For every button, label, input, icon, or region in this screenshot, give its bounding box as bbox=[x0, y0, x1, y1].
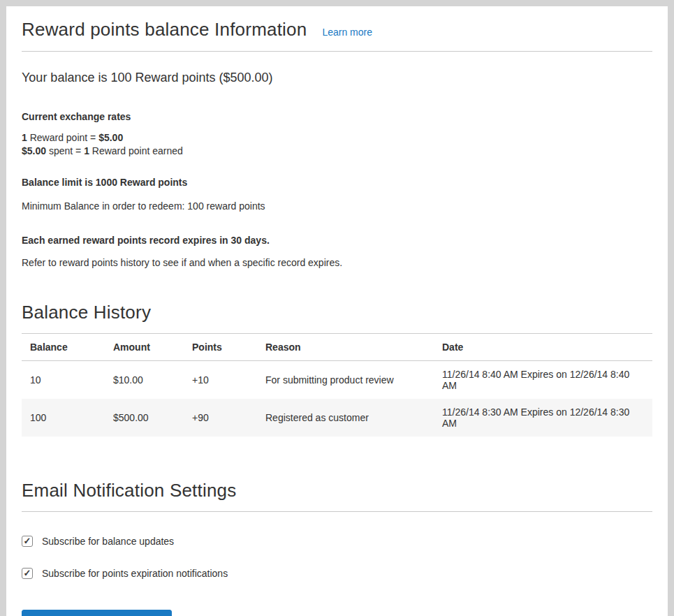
table-row: 10 $10.00 +10 For submitting product rev… bbox=[22, 361, 652, 399]
exchange-rates: 1 Reward point = $5.00 $5.00 spent = 1 R… bbox=[22, 131, 652, 158]
column-header-date: Date bbox=[434, 334, 652, 361]
cell-reason: Registered as customer bbox=[257, 399, 434, 437]
page-header: Reward points balance Information Learn … bbox=[22, 19, 652, 52]
spend-rate-line: $5.00 spent = 1 Reward point earned bbox=[22, 145, 652, 158]
cell-amount: $10.00 bbox=[105, 361, 184, 399]
cell-points: +10 bbox=[184, 361, 257, 399]
reward-points-page: Reward points balance Information Learn … bbox=[6, 6, 668, 616]
min-balance-text: Minimum Balance in order to redeem: 100 … bbox=[22, 200, 652, 213]
cell-points: +90 bbox=[184, 399, 257, 437]
exchange-rates-heading: Current exchange rates bbox=[22, 110, 652, 123]
expiry-note-text: Refer to reward points history to see if… bbox=[22, 256, 652, 270]
balance-updates-checkbox[interactable] bbox=[22, 536, 33, 547]
balance-limit-text: Balance limit is 1000 Reward points bbox=[22, 176, 652, 189]
points-expiration-option: Subscribe for points expiration notifica… bbox=[22, 568, 652, 579]
cell-balance: 100 bbox=[22, 399, 105, 437]
expiry-rule-text: Each earned reward points record expires… bbox=[22, 234, 652, 247]
balance-summary: Your balance is 100 Reward points ($500.… bbox=[22, 70, 652, 85]
cell-amount: $500.00 bbox=[105, 399, 184, 437]
page-title: Reward points balance Information bbox=[22, 19, 307, 41]
column-header-reason: Reason bbox=[257, 334, 434, 361]
cell-date: 11/26/14 8:40 AM Expires on 12/26/14 8:4… bbox=[434, 361, 652, 399]
column-header-balance: Balance bbox=[22, 334, 105, 361]
cell-balance: 10 bbox=[22, 361, 105, 399]
earn-rate-line: 1 Reward point = $5.00 bbox=[22, 131, 652, 145]
balance-history-table: Balance Amount Points Reason Date 10 $10… bbox=[22, 333, 652, 437]
table-header-row: Balance Amount Points Reason Date bbox=[22, 334, 652, 361]
cell-date: 11/26/14 8:30 AM Expires on 12/26/14 8:3… bbox=[434, 399, 652, 437]
table-row: 100 $500.00 +90 Registered as customer 1… bbox=[22, 399, 652, 437]
cell-reason: For submitting product review bbox=[257, 361, 434, 399]
column-header-points: Points bbox=[184, 334, 257, 361]
balance-history-title: Balance History bbox=[22, 302, 652, 323]
column-header-amount: Amount bbox=[105, 334, 184, 361]
balance-updates-option: Subscribe for balance updates bbox=[22, 536, 652, 547]
email-notification-title: Email Notification Settings bbox=[22, 480, 236, 501]
email-notification-header: Email Notification Settings bbox=[22, 480, 652, 512]
save-subscription-settings-button[interactable]: Save Subscription Settings bbox=[22, 610, 172, 616]
learn-more-link[interactable]: Learn more bbox=[322, 27, 372, 38]
points-expiration-checkbox[interactable] bbox=[22, 568, 33, 579]
points-expiration-label[interactable]: Subscribe for points expiration notifica… bbox=[42, 568, 228, 579]
balance-updates-label[interactable]: Subscribe for balance updates bbox=[42, 536, 174, 547]
